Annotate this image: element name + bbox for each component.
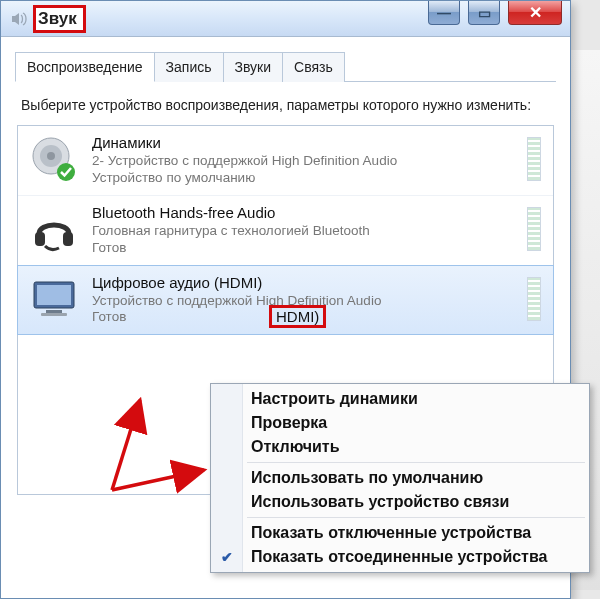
window-title: Звук	[38, 9, 77, 28]
volume-icon	[9, 9, 29, 29]
cm-set-default[interactable]: Использовать по умолчанию	[211, 466, 589, 490]
device-row-bluetooth[interactable]: Bluetooth Hands-free Audio Головная гарн…	[18, 196, 553, 266]
cm-configure-speakers[interactable]: Настроить динамики	[211, 387, 589, 411]
level-meter	[527, 207, 541, 251]
device-status: Устройство по умолчанию	[92, 170, 515, 185]
minimize-button[interactable]: —	[428, 1, 460, 25]
device-name: Динамики	[92, 134, 515, 151]
speaker-icon	[28, 133, 80, 185]
tab-recording[interactable]: Запись	[154, 52, 224, 82]
monitor-icon	[28, 273, 80, 325]
cm-show-disabled[interactable]: Показать отключенные устройства	[211, 521, 589, 545]
headset-icon	[28, 203, 80, 255]
cm-show-disconnected[interactable]: ✔ Показать отсоединенные устройства	[211, 545, 589, 569]
cm-disable[interactable]: Отключить	[211, 435, 589, 459]
titlebar[interactable]: Звук — ▭ ✕	[1, 1, 570, 37]
cm-separator	[247, 517, 585, 518]
device-row-speakers[interactable]: Динамики 2- Устройство с поддержкой High…	[18, 126, 553, 196]
cm-test[interactable]: Проверка	[211, 411, 589, 435]
context-menu: Настроить динамики Проверка Отключить Ис…	[210, 383, 590, 573]
svg-rect-5	[63, 232, 73, 246]
title-highlight-box: Звук	[33, 5, 86, 33]
svg-rect-8	[46, 310, 62, 313]
annotation-hdmi-box: HDMI)	[269, 305, 326, 328]
device-sub: Головная гарнитура с технологией Bluetoo…	[92, 222, 515, 240]
svg-rect-9	[41, 313, 67, 316]
svg-rect-4	[35, 232, 45, 246]
device-status: Готов	[92, 240, 515, 255]
device-sub: 2- Устройство с поддержкой High Definiti…	[92, 152, 515, 170]
device-name: Цифровое аудио (HDMI)	[92, 274, 515, 291]
level-meter	[527, 137, 541, 181]
tab-playback[interactable]: Воспроизведение	[15, 52, 155, 82]
tab-strip: Воспроизведение Запись Звуки Связь	[15, 51, 556, 82]
check-icon: ✔	[221, 549, 233, 565]
close-button[interactable]: ✕	[508, 1, 562, 25]
device-name: Bluetooth Hands-free Audio	[92, 204, 515, 221]
cm-set-comm-device[interactable]: Использовать устройство связи	[211, 490, 589, 514]
level-meter	[527, 277, 541, 321]
instruction-text: Выберите устройство воспроизведения, пар…	[21, 96, 550, 115]
tab-communications[interactable]: Связь	[282, 52, 345, 82]
svg-rect-7	[37, 285, 71, 305]
cm-separator	[247, 462, 585, 463]
tab-sounds[interactable]: Звуки	[223, 52, 284, 82]
svg-point-2	[47, 152, 55, 160]
maximize-button[interactable]: ▭	[468, 1, 500, 25]
